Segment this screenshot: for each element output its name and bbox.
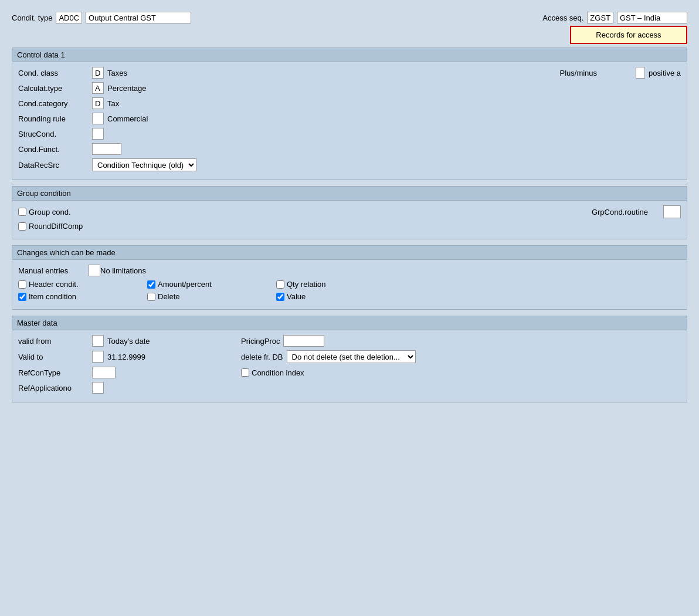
valid-from-left: valid from Today's date [18,335,241,347]
records-for-access-button[interactable]: Records for access [570,26,687,44]
valid-to-box [92,351,104,363]
control-data-1-body: Cond. class D Taxes Plus/minus positive … [12,62,687,180]
amount-percent-checkbox[interactable] [147,280,155,289]
struc-cond-label: StrucCond. [18,130,89,138]
ref-con-type-box [92,367,116,378]
cond-category-row: Cond.category D Tax [18,97,681,109]
condition-index-checkbox[interactable] [241,368,249,377]
round-diff-comp-label: RoundDiffComp [29,222,83,231]
master-data-section: Master data valid from Today's date Pric… [12,316,687,402]
valid-from-label: valid from [18,337,89,346]
qty-relation-checkbox[interactable] [276,280,284,289]
header-condit-label: Header condit. [29,280,79,289]
calculat-type-label: Calculat.type [18,84,89,93]
condition-index-label: Condition index [252,368,304,377]
group-cond-checkbox[interactable] [18,208,26,216]
condit-type-code: AD0C [56,12,82,23]
delete-fr-db-label: delete fr. DB [241,353,283,361]
main-container: Condit. type AD0C Output Central GST Acc… [6,6,693,610]
cond-funct-row: Cond.Funct. [18,143,681,155]
group-condition-header: Group condition [12,187,687,201]
round-diff-comp-row: RoundDiffComp [18,222,681,231]
data-rec-src-dropdown[interactable]: Condition Technique (old) Option 2 [92,158,196,171]
data-rec-src-row: DataRecSrc Condition Technique (old) Opt… [18,158,681,171]
cond-funct-box [92,143,121,155]
access-seq-label: Access seq. [542,13,583,22]
round-diff-comp-checkbox[interactable] [18,222,26,231]
ref-applicatio-box [92,382,104,394]
pricing-proc-label: PricingProc [241,337,280,346]
data-rec-src-label: DataRecSrc [18,161,89,170]
master-data-header: Master data [12,316,687,330]
condit-type-label: Condit. type [12,13,52,22]
valid-to-row: Valid to 31.12.9999 delete fr. DB Do not… [18,350,681,363]
valid-to-label: Valid to [18,353,89,361]
changes-section: Changes which can be made Manual entries… [12,245,687,310]
valid-to-left: Valid to 31.12.9999 [18,351,241,363]
struc-cond-row: StrucCond. [18,128,681,140]
condit-type-name: Output Central GST [86,12,191,23]
valid-to-value: 31.12.9999 [107,353,145,361]
grp-cond-routine-label: GrpCond.routine [592,208,648,216]
rounding-rule-code-box [92,113,104,124]
value-col: Value [276,292,306,301]
cond-category-code: D [92,97,104,109]
cond-class-label: Cond. class [18,69,89,77]
group-cond-checkbox-wrapper: Group cond. [18,208,71,216]
group-condition-section: Group condition Group cond. GrpCond.rout… [12,186,687,239]
item-condition-row: Item condition Delete Value [18,292,681,301]
amount-percent-col: Amount/percent [147,280,276,289]
control-data-1-header: Control data 1 [12,48,687,62]
rounding-rule-label: Rounding rule [18,114,89,123]
manual-entries-box [89,265,100,276]
ref-con-type-row: RefConType Condition index [18,367,681,378]
ref-applicatio-row: RefApplicationo [18,382,681,394]
condit-type-section: Condit. type AD0C Output Central GST [12,12,191,23]
item-condition-col: Item condition [18,292,147,301]
value-checkbox-wrapper: Value [276,292,306,301]
qty-relation-checkbox-wrapper: Qty relation [276,280,325,289]
manual-entries-label: Manual entries [18,266,89,275]
access-seq-name: GST – India [617,12,687,23]
qty-relation-col: Qty relation [276,280,325,289]
changes-header: Changes which can be made [12,246,687,260]
master-data-body: valid from Today's date PricingProc Vali… [12,330,687,402]
value-checkbox[interactable] [276,293,284,301]
rounding-rule-value: Commercial [107,114,148,123]
group-cond-label: Group cond. [29,208,71,216]
group-cond-row: Group cond. GrpCond.routine [18,205,681,218]
valid-from-box [92,335,104,347]
cond-category-name: Tax [107,99,119,108]
amount-percent-checkbox-wrapper: Amount/percent [147,280,212,289]
cond-class-row: Cond. class D Taxes Plus/minus positive … [18,67,681,79]
condition-index-right: Condition index [241,368,304,377]
ref-applicatio-label: RefApplicationo [18,384,89,392]
delete-checkbox-wrapper: Delete [147,292,180,301]
ref-applicatio-left: RefApplicationo [18,382,241,394]
struc-cond-box [92,128,104,140]
delete-col: Delete [147,292,276,301]
cond-class-code: D [92,67,104,79]
cond-funct-label: Cond.Funct. [18,145,89,154]
item-condition-label: Item condition [29,292,76,301]
access-seq-section: Access seq. ZGST GST – India Records for… [542,12,687,44]
header-condit-row: Header condit. Amount/percent Qty relati… [18,280,681,289]
header-condit-checkbox[interactable] [18,280,26,289]
delete-fr-db-right: delete fr. DB Do not delete (set the del… [241,350,416,363]
access-seq-code: ZGST [587,12,613,23]
delete-checkbox[interactable] [147,293,155,301]
header-condit-checkbox-wrapper: Header condit. [18,280,79,289]
valid-from-value: Today's date [107,337,150,346]
calculat-type-name: Percentage [107,84,147,93]
rounding-rule-row: Rounding rule Commercial [18,113,681,124]
calculat-type-row: Calculat.type A Percentage [18,82,681,94]
item-condition-checkbox[interactable] [18,293,26,301]
valid-from-row: valid from Today's date PricingProc [18,335,681,347]
qty-relation-label: Qty relation [287,280,325,289]
cond-class-name: Taxes [107,69,127,77]
cond-category-label: Cond.category [18,99,89,108]
delete-fr-db-dropdown[interactable]: Do not delete (set the deletion... Delet… [287,350,416,363]
amount-percent-label: Amount/percent [158,280,212,289]
group-condition-body: Group cond. GrpCond.routine RoundDiffCom… [12,201,687,239]
round-diff-comp-checkbox-wrapper: RoundDiffComp [18,222,83,231]
